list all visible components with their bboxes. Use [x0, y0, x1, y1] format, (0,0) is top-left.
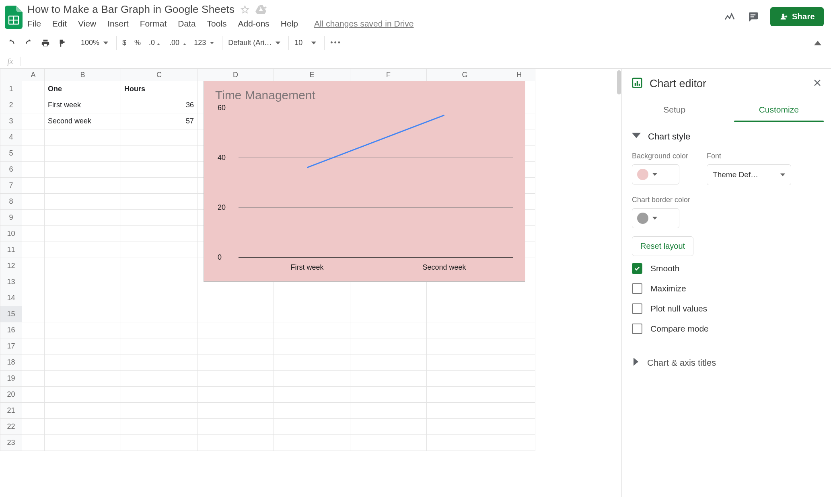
- menu-view[interactable]: View: [78, 19, 96, 29]
- cell-B11[interactable]: [45, 242, 121, 258]
- col-header-A[interactable]: A: [22, 69, 45, 81]
- cell-B18[interactable]: [45, 354, 121, 371]
- col-header-F[interactable]: F: [350, 69, 427, 81]
- cell-F15[interactable]: [350, 306, 427, 322]
- cell-E14[interactable]: [274, 290, 350, 306]
- cell-B9[interactable]: [45, 210, 121, 226]
- cell-C17[interactable]: [121, 338, 197, 354]
- format-percent[interactable]: %: [131, 36, 144, 49]
- row-header-9[interactable]: 9: [0, 210, 22, 226]
- row-header-7[interactable]: 7: [0, 178, 22, 194]
- cell-E17[interactable]: [274, 338, 350, 354]
- cell-C2[interactable]: 36: [121, 97, 197, 113]
- save-status[interactable]: All changes saved in Drive: [314, 19, 413, 29]
- toolbar-more[interactable]: •••: [324, 36, 345, 50]
- collapse-toolbar[interactable]: [811, 37, 825, 49]
- cell-B1[interactable]: One: [45, 81, 121, 97]
- cell-C18[interactable]: [121, 354, 197, 371]
- cell-B16[interactable]: [45, 322, 121, 338]
- row-header-23[interactable]: 23: [0, 435, 22, 451]
- drive-icon[interactable]: +: [255, 4, 267, 15]
- cell-F21[interactable]: [350, 403, 427, 419]
- cell-C14[interactable]: [121, 290, 197, 306]
- font-picker[interactable]: Theme Def…: [707, 164, 791, 185]
- cell-H23[interactable]: [503, 435, 535, 451]
- cell-B23[interactable]: [45, 435, 121, 451]
- col-header-D[interactable]: D: [197, 69, 274, 81]
- row-header-12[interactable]: 12: [0, 258, 22, 274]
- cell-C5[interactable]: [121, 145, 197, 162]
- cell-C9[interactable]: [121, 210, 197, 226]
- cell-G19[interactable]: [427, 371, 503, 387]
- increase-decimal[interactable]: .00: [166, 36, 189, 49]
- cell-A12[interactable]: [22, 258, 45, 274]
- cell-B14[interactable]: [45, 290, 121, 306]
- cell-F20[interactable]: [350, 387, 427, 403]
- cell-E15[interactable]: [274, 306, 350, 322]
- bg-color-picker[interactable]: [632, 164, 679, 184]
- cell-B8[interactable]: [45, 194, 121, 210]
- cell-C20[interactable]: [121, 387, 197, 403]
- cell-H16[interactable]: [503, 322, 535, 338]
- cell-G18[interactable]: [427, 354, 503, 371]
- cell-G22[interactable]: [427, 419, 503, 435]
- checkbox-maximize[interactable]: Maximize: [622, 279, 831, 299]
- menu-edit[interactable]: Edit: [52, 19, 67, 29]
- cell-A13[interactable]: [22, 274, 45, 290]
- cell-B17[interactable]: [45, 338, 121, 354]
- scrollbar-vertical[interactable]: [617, 70, 621, 94]
- cell-H20[interactable]: [503, 387, 535, 403]
- col-header-G[interactable]: G: [427, 69, 503, 81]
- cell-A9[interactable]: [22, 210, 45, 226]
- zoom-select[interactable]: 100%: [75, 36, 111, 50]
- menu-file[interactable]: File: [27, 19, 41, 29]
- row-header-11[interactable]: 11: [0, 242, 22, 258]
- cell-E19[interactable]: [274, 371, 350, 387]
- cell-D16[interactable]: [197, 322, 274, 338]
- cell-A6[interactable]: [22, 162, 45, 178]
- row-header-13[interactable]: 13: [0, 274, 22, 290]
- cell-B10[interactable]: [45, 226, 121, 242]
- format-currency[interactable]: $: [116, 36, 130, 50]
- cell-C6[interactable]: [121, 162, 197, 178]
- cell-H14[interactable]: [503, 290, 535, 306]
- cell-F14[interactable]: [350, 290, 427, 306]
- cell-C12[interactable]: [121, 258, 197, 274]
- col-header-C[interactable]: C: [121, 69, 197, 81]
- cell-B12[interactable]: [45, 258, 121, 274]
- explore-icon[interactable]: [724, 11, 736, 23]
- cell-B7[interactable]: [45, 178, 121, 194]
- cell-G15[interactable]: [427, 306, 503, 322]
- cell-E21[interactable]: [274, 403, 350, 419]
- cell-C7[interactable]: [121, 178, 197, 194]
- cell-A15[interactable]: [22, 306, 45, 322]
- cell-C21[interactable]: [121, 403, 197, 419]
- menu-insert[interactable]: Insert: [107, 19, 129, 29]
- row-header-4[interactable]: 4: [0, 129, 22, 145]
- row-header-16[interactable]: 16: [0, 322, 22, 338]
- menu-format[interactable]: Format: [140, 19, 167, 29]
- menu-data[interactable]: Data: [178, 19, 195, 29]
- cell-A23[interactable]: [22, 435, 45, 451]
- cell-E16[interactable]: [274, 322, 350, 338]
- cell-A7[interactable]: [22, 178, 45, 194]
- cell-B19[interactable]: [45, 371, 121, 387]
- section-chart-style[interactable]: Chart style: [622, 124, 831, 150]
- checkbox-plot_null[interactable]: Plot null values: [622, 299, 831, 319]
- menu-addons[interactable]: Add-ons: [238, 19, 269, 29]
- row-header-15[interactable]: 15: [0, 306, 22, 322]
- cell-A19[interactable]: [22, 371, 45, 387]
- cell-C22[interactable]: [121, 419, 197, 435]
- cell-F18[interactable]: [350, 354, 427, 371]
- cell-A2[interactable]: [22, 97, 45, 113]
- cell-A17[interactable]: [22, 338, 45, 354]
- cell-B22[interactable]: [45, 419, 121, 435]
- cell-C1[interactable]: Hours: [121, 81, 197, 97]
- row-header-6[interactable]: 6: [0, 162, 22, 178]
- cell-D22[interactable]: [197, 419, 274, 435]
- sheets-icon[interactable]: [3, 3, 24, 31]
- cell-G23[interactable]: [427, 435, 503, 451]
- row-header-20[interactable]: 20: [0, 387, 22, 403]
- row-header-2[interactable]: 2: [0, 97, 22, 113]
- cell-C8[interactable]: [121, 194, 197, 210]
